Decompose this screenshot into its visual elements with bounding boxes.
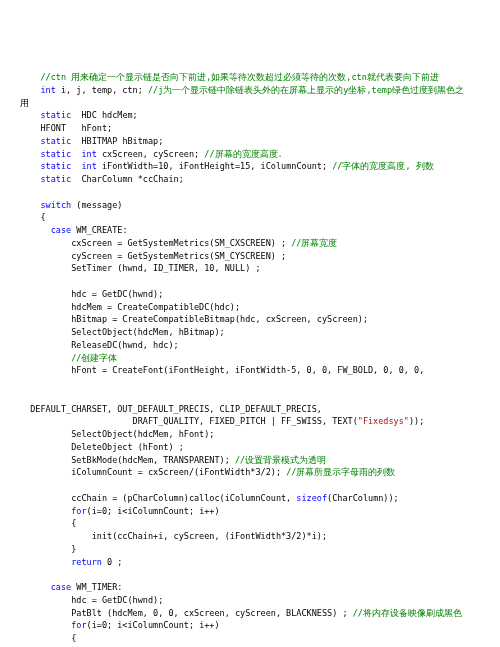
code-token: i, j, temp, ctn;: [56, 85, 148, 95]
code-token: DeleteObject (hFont) ;: [71, 442, 184, 452]
code-token: //ctn 用来确定一个显示链是否向下前进,如果等待次数超过必须等待的次数,ct…: [40, 72, 438, 82]
code-token: HDC hdcMem;: [71, 110, 138, 120]
code-token: //屏幕所显示字母雨的列数: [286, 467, 395, 477]
code-token: {: [71, 518, 76, 528]
code-token: iFontWidth=10, iFontHeight=15, iColumnCo…: [97, 161, 332, 171]
code-token: cyScreen = GetSystemMetrics(SM_CYSCREEN)…: [71, 251, 286, 261]
code-token: init(ccChain+i, cyScreen, (iFontWidth*3/…: [92, 531, 327, 541]
code-token: HBITMAP hBitmap;: [71, 136, 163, 146]
code-token: for: [71, 506, 86, 516]
code-token: 0 ;: [102, 557, 122, 567]
code-token: SelectObject(hdcMem, hBitmap);: [71, 327, 225, 337]
code-token: switch: [40, 200, 71, 210]
code-token: hdc = GetDC(hwnd);: [71, 595, 163, 605]
code-token: (i=0; i<iColumnCount; i++): [87, 506, 220, 516]
code-token: static: [40, 136, 71, 146]
code-token: return: [71, 557, 102, 567]
code-token: SetTimer (hwnd, ID_TIMER, 10, NULL) ;: [71, 263, 260, 273]
code-token: for: [71, 620, 86, 630]
code-token: SelectObject(hdcMem, hFont);: [71, 429, 214, 439]
code-token: cxScreen = GetSystemMetrics(SM_CXSCREEN)…: [71, 238, 291, 248]
code-token: HFONT hFont;: [40, 123, 112, 133]
code-token: //j为一个显示链中除链表头外的在屏幕上显示的y坐标,temp绿色过度到黑色之: [148, 85, 464, 95]
code-token: static: [40, 161, 71, 171]
code-token: //屏幕宽度: [291, 238, 337, 248]
code-block: //ctn 用来确定一个显示链是否向下前进,如果等待次数超过必须等待的次数,ct…: [20, 71, 480, 647]
code-token: "Fixedsys": [358, 416, 409, 426]
code-token: //屏幕的宽度高度.: [204, 149, 282, 159]
code-token: [71, 161, 81, 171]
code-token: WM_TIMER:: [71, 582, 122, 592]
code-token: WM_CREATE:: [71, 225, 127, 235]
code-token: static: [40, 110, 71, 120]
code-token: hdcMem = CreateCompatibleDC(hdc);: [71, 302, 240, 312]
code-token: //字体的宽度高度, 列数: [332, 161, 433, 171]
code-token: int: [81, 149, 96, 159]
code-token: static: [40, 174, 71, 184]
code-token: SetBkMode(hdcMem, TRANSPARENT);: [71, 455, 235, 465]
code-token: 用: [20, 98, 29, 108]
code-token: iColumnCount = cxScreen/(iFontWidth*3/2)…: [71, 467, 286, 477]
code-token: (CharColumn));: [327, 493, 399, 503]
code-token: ));: [409, 416, 424, 426]
code-token: (message): [71, 200, 122, 210]
code-token: int: [40, 85, 55, 95]
code-token: [71, 149, 81, 159]
code-token: case: [51, 582, 71, 592]
code-token: ReleaseDC(hwnd, hdc);: [71, 340, 178, 350]
code-token: //设置背景模式为透明: [235, 455, 326, 465]
code-token: //将内存设备映像刷成黑色: [353, 608, 462, 618]
code-token: hBitmap = CreateCompatibleBitmap(hdc, cx…: [71, 314, 368, 324]
code-token: case: [51, 225, 71, 235]
code-token: (i=0; i<iColumnCount; i++): [87, 620, 220, 630]
code-token: ccChain = (pCharColumn)calloc(iColumnCou…: [71, 493, 296, 503]
code-token: hFont = CreateFont(iFontHeight, iFontWid…: [71, 365, 424, 375]
code-token: PatBlt (hdcMem, 0, 0, cxScreen, cyScreen…: [71, 608, 352, 618]
code-token: hdc = GetDC(hwnd);: [71, 289, 163, 299]
code-token: DEFAULT_CHARSET, OUT_DEFAULT_PRECIS, CLI…: [30, 404, 322, 414]
code-token: cxScreen, cyScreen;: [97, 149, 204, 159]
code-token: CharColumn *ccChain;: [71, 174, 184, 184]
code-token: }: [71, 544, 76, 554]
code-token: //创建字体: [71, 353, 117, 363]
code-token: DRAFT_QUALITY, FIXED_PITCH | FF_SWISS, T…: [133, 416, 358, 426]
code-token: sizeof: [296, 493, 327, 503]
code-token: static: [40, 149, 71, 159]
code-token: {: [40, 212, 45, 222]
code-token: {: [71, 633, 76, 643]
code-token: int: [81, 161, 96, 171]
